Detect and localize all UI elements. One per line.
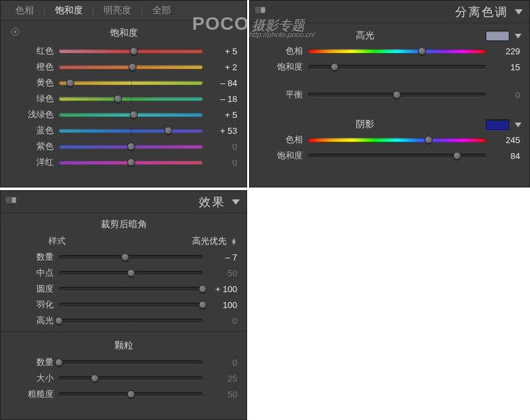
chevron-down-icon[interactable]	[515, 123, 521, 127]
saturation-row-magenta: 洋红0	[1, 154, 246, 170]
hsl-tabs: 色相| 饱和度| 明亮度| 全部	[1, 1, 246, 21]
balance-row: 平衡 0	[250, 87, 529, 103]
vignette-row-amount: 数量– 7	[1, 249, 246, 265]
slider-midpoint[interactable]	[59, 265, 203, 281]
saturation-row-green: 绿色– 18	[1, 91, 246, 107]
shadows-row: 阴影	[250, 112, 529, 132]
vignette-row-feather: 羽化100	[1, 297, 246, 313]
highlights-swatch[interactable]	[486, 30, 509, 41]
slider-blue[interactable]	[59, 123, 203, 138]
disclosure-triangle-icon[interactable]	[515, 9, 523, 15]
saturation-row-blue: 蓝色+ 53	[1, 123, 246, 138]
effects-header[interactable]: 效果	[1, 191, 246, 213]
disclosure-triangle-icon[interactable]	[232, 199, 240, 205]
shadows-hue-row: 色相 245	[250, 132, 529, 148]
tab-all[interactable]: 全部	[143, 5, 180, 17]
grain-row-g_amount: 数量0	[1, 354, 246, 370]
slider-roundness[interactable]	[59, 281, 203, 297]
highlights-sat-row: 饱和度 15	[250, 59, 529, 75]
saturation-row-yellow: 黄色– 84	[1, 75, 246, 91]
targeted-adjust-icon[interactable]	[11, 28, 19, 36]
slider-red[interactable]	[59, 43, 203, 59]
saturation-title: 饱和度	[1, 21, 246, 43]
slider-purple[interactable]	[59, 138, 203, 154]
shadows-hue-slider[interactable]	[308, 132, 486, 148]
highlights-sat-slider[interactable]	[308, 59, 486, 75]
vignette-style-row: 样式 高光优先 ▲▼	[1, 233, 246, 249]
highlights-hue-slider[interactable]	[308, 43, 486, 59]
grain-title: 颗粒	[1, 335, 246, 354]
panel-toggle-switch[interactable]	[6, 197, 17, 203]
tab-hue[interactable]: 色相	[6, 5, 43, 17]
effects-panel: 效果 裁剪后暗角 样式 高光优先 ▲▼ 数量– 7中点50圆度+ 100羽化10…	[0, 190, 247, 420]
saturation-row-orange: 橙色+ 2	[1, 59, 246, 75]
panel-toggle-switch[interactable]	[255, 7, 266, 13]
saturation-row-red: 红色+ 5	[1, 43, 246, 59]
balance-slider[interactable]	[308, 87, 486, 103]
slider-amount[interactable]	[59, 249, 203, 265]
stepper-arrows-icon: ▲▼	[231, 238, 237, 244]
slider-g_roughness[interactable]	[59, 386, 203, 402]
slider-feather[interactable]	[59, 297, 203, 313]
vignette-row-highlights: 高光0	[1, 313, 246, 329]
slider-yellow[interactable]	[59, 75, 203, 91]
slider-green[interactable]	[59, 91, 203, 107]
chevron-down-icon[interactable]	[515, 34, 521, 38]
saturation-row-aqua: 浅绿色+ 5	[1, 107, 246, 123]
slider-magenta[interactable]	[59, 154, 203, 170]
shadows-swatch[interactable]	[486, 119, 509, 130]
split-toning-panel: 分离色调 高光 色相 229 饱和度 15 平衡 0 阴影 色相 245 饱和度…	[249, 0, 530, 187]
highlights-row: 高光	[250, 23, 529, 43]
slider-aqua[interactable]	[59, 107, 203, 123]
vignette-row-midpoint: 中点50	[1, 265, 246, 281]
tab-luminance[interactable]: 明亮度	[94, 5, 140, 17]
highlights-hue-row: 色相 229	[250, 43, 529, 59]
split-toning-header[interactable]: 分离色调	[250, 1, 529, 23]
shadows-sat-row: 饱和度 84	[250, 148, 529, 164]
grain-row-g_size: 大小25	[1, 370, 246, 386]
hsl-saturation-panel: 色相| 饱和度| 明亮度| 全部 饱和度 红色+ 5橙色+ 2黄色– 84绿色–…	[0, 0, 247, 187]
slider-orange[interactable]	[59, 59, 203, 75]
slider-g_amount[interactable]	[59, 354, 203, 370]
saturation-row-purple: 紫色0	[1, 138, 246, 154]
slider-highlights[interactable]	[59, 313, 203, 329]
vignette-row-roundness: 圆度+ 100	[1, 281, 246, 297]
vignette-style-dropdown[interactable]: 高光优先 ▲▼	[192, 235, 237, 247]
vignette-title: 裁剪后暗角	[1, 213, 246, 233]
shadows-sat-slider[interactable]	[308, 148, 486, 164]
slider-g_size[interactable]	[59, 370, 203, 386]
grain-row-g_roughness: 粗糙度50	[1, 386, 246, 402]
tab-saturation[interactable]: 饱和度	[46, 5, 92, 17]
